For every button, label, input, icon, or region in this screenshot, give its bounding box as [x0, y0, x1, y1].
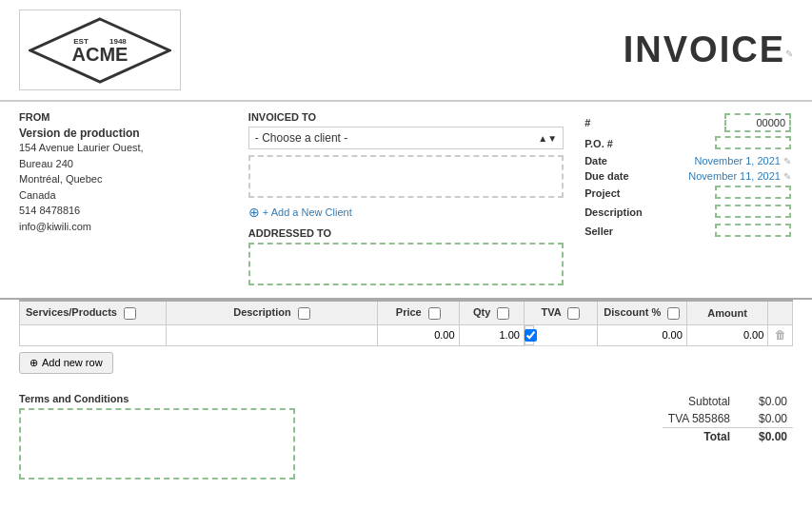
col-header-delete — [768, 301, 793, 324]
svg-text:ACME: ACME — [72, 44, 129, 65]
invoice-number[interactable]: 00000 — [724, 113, 791, 132]
date-field[interactable]: November 1, 2021 — [694, 155, 781, 166]
description-label: Description — [583, 203, 660, 222]
due-date-edit-icon: ✎ — [783, 171, 791, 182]
cell-service — [20, 324, 167, 345]
acme-logo: EST 1948 ACME — [29, 17, 171, 84]
bottom-section: Terms and Conditions Subtotal $0.00 TVA … — [0, 383, 812, 492]
col-header-service: Services/Products — [20, 301, 167, 324]
amount-input[interactable] — [691, 329, 763, 341]
description-field[interactable] — [715, 205, 791, 218]
company-name: Version de production — [19, 127, 229, 140]
date-label: Date — [583, 153, 660, 168]
delete-row-button[interactable]: 🗑 — [775, 328, 786, 342]
invoiced-to-label: INVOICED TO — [248, 111, 564, 123]
table-row: 🗑 — [20, 324, 793, 345]
col-header-description: Description — [166, 301, 377, 324]
cell-discount — [597, 324, 686, 345]
totals-area: Subtotal $0.00 TVA 585868 $0.00 Total $0… — [663, 393, 793, 482]
terms-area: Terms and Conditions — [19, 393, 644, 482]
subtotal-label: Subtotal — [663, 393, 736, 410]
phone: 514 8478816 — [19, 203, 229, 219]
col-header-amount: Amount — [686, 301, 767, 324]
email: info@kiwili.com — [19, 219, 229, 235]
service-col-checkbox[interactable] — [124, 307, 136, 320]
addressed-to-textarea[interactable] — [248, 243, 564, 285]
date-edit-icon: ✎ — [783, 156, 791, 166]
hash-label: # — [583, 111, 660, 134]
qty-input[interactable] — [464, 329, 520, 341]
tva-value: $0.00 — [736, 410, 793, 428]
tva-col-checkbox[interactable] — [567, 307, 580, 320]
logo-area: EST 1948 ACME — [19, 10, 181, 90]
cell-qty — [459, 324, 524, 345]
totals-table: Subtotal $0.00 TVA 585868 $0.00 Total $0… — [663, 393, 793, 445]
due-date-label: Due date — [583, 168, 660, 184]
addressed-to-label: ADDRESSED TO — [248, 227, 564, 239]
col-header-discount: Discount % — [597, 301, 686, 324]
client-select[interactable]: - Choose a client - ▲▼ — [248, 127, 564, 149]
discount-input[interactable] — [602, 329, 683, 341]
total-value: $0.00 — [736, 427, 793, 445]
discount-col-checkbox[interactable] — [667, 307, 680, 320]
number-value: 00000 — [660, 111, 793, 134]
cell-price — [378, 324, 459, 345]
add-client-label: + Add a New Client — [263, 206, 352, 218]
price-input[interactable] — [382, 329, 454, 341]
due-date-value: November 11, 2021 ✎ — [660, 168, 793, 184]
address-line-4: Canada — [19, 187, 229, 204]
seller-value — [660, 222, 793, 241]
po-field[interactable] — [715, 136, 791, 149]
terms-textarea[interactable] — [19, 408, 295, 480]
invoiced-to-section: INVOICED TO - Choose a client - ▲▼ ⊕ + A… — [248, 111, 564, 288]
select-arrow-icon: ▲▼ — [538, 133, 557, 144]
service-input[interactable] — [24, 329, 162, 341]
description-input[interactable] — [170, 329, 373, 341]
cell-description — [166, 324, 377, 345]
address-line-1: 154 Avenue Laurier Ouest, — [19, 140, 229, 156]
invoice-page: EST 1948 ACME INVOICE✎ FROM Version de p… — [0, 0, 812, 509]
client-textarea[interactable] — [248, 155, 564, 198]
date-value: November 1, 2021 ✎ — [660, 153, 793, 168]
project-label: Project — [583, 184, 660, 203]
col-header-tva: TVA — [524, 301, 597, 324]
edit-icon: ✎ — [785, 49, 793, 59]
plus-icon: ⊕ — [30, 357, 38, 369]
meta-section: # 00000 P.O. # Date November 1, 2021 ✎ — [583, 111, 793, 288]
cell-delete: 🗑 — [768, 324, 793, 345]
from-section: FROM Version de production 154 Avenue La… — [19, 111, 229, 288]
desc-col-checkbox[interactable] — [298, 307, 310, 320]
add-icon: ⊕ — [248, 205, 260, 220]
cell-tva — [525, 325, 534, 345]
add-row-button[interactable]: ⊕ Add new row — [19, 352, 113, 374]
tva-checkbox[interactable] — [525, 329, 537, 342]
terms-label: Terms and Conditions — [19, 393, 644, 404]
seller-field[interactable] — [715, 224, 791, 237]
items-table: Services/Products Description Price Qty — [19, 300, 793, 346]
due-date-field[interactable]: November 11, 2021 — [688, 170, 781, 182]
add-new-client-button[interactable]: ⊕ + Add a New Client — [248, 205, 564, 220]
project-field[interactable] — [715, 186, 791, 199]
seller-label: Seller — [583, 222, 660, 241]
address-line-3: Montréal, Quebec — [19, 171, 229, 187]
description-value — [660, 203, 793, 222]
add-row-label: Add new row — [42, 357, 103, 368]
header: EST 1948 ACME INVOICE✎ — [0, 0, 812, 102]
po-label: P.O. # — [583, 134, 660, 153]
total-label: Total — [663, 427, 736, 445]
invoice-title-area: INVOICE✎ — [624, 29, 793, 70]
tva-label: TVA 585868 — [663, 410, 736, 428]
cell-amount — [686, 324, 767, 345]
col-header-qty: Qty — [459, 301, 524, 324]
po-value — [660, 134, 793, 153]
qty-col-checkbox[interactable] — [497, 307, 509, 320]
invoice-title: INVOICE — [624, 29, 785, 69]
address-line-2: Bureau 240 — [19, 156, 229, 172]
info-section: FROM Version de production 154 Avenue La… — [0, 102, 812, 300]
items-section: Services/Products Description Price Qty — [0, 300, 812, 380]
client-select-placeholder: - Choose a client - — [255, 131, 347, 145]
price-col-checkbox[interactable] — [428, 307, 441, 320]
col-header-price: Price — [378, 301, 459, 324]
project-value — [660, 184, 793, 203]
from-label: FROM — [19, 111, 229, 123]
